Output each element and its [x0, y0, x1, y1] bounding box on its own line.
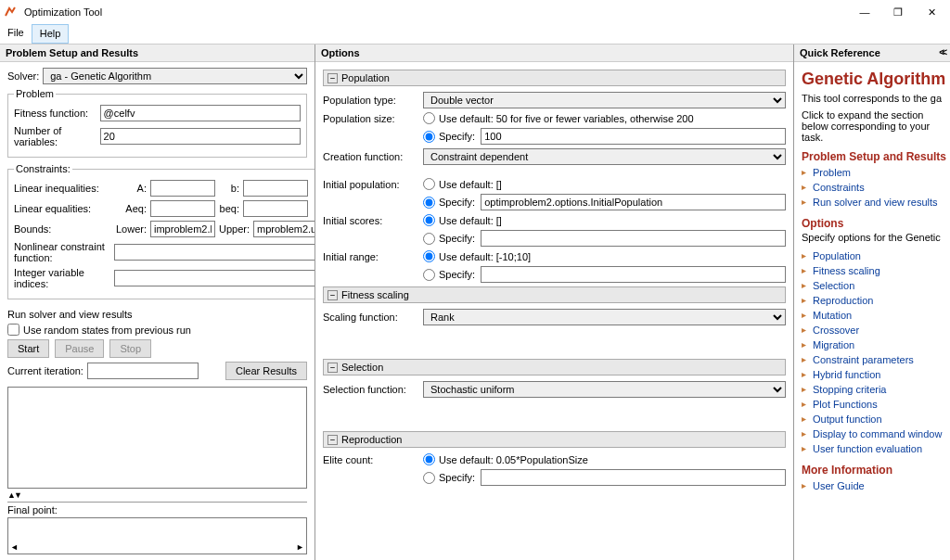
elite-default-radio[interactable]: [423, 453, 435, 465]
help-options-intro: Specify options for the Genetic: [802, 232, 946, 243]
elite-input[interactable]: [481, 469, 786, 486]
help-link-user-func-eval[interactable]: User function evaluation: [802, 441, 946, 456]
initial-range-label: Initial range:: [323, 251, 417, 262]
help-link-migration[interactable]: Migration: [802, 337, 946, 352]
help-link-problem[interactable]: Problem: [802, 165, 946, 180]
help-intro-2: Click to expand the section below corres…: [802, 109, 946, 143]
results-textarea[interactable]: [7, 387, 307, 489]
Aeq-label: Aeq:: [115, 203, 147, 214]
help-link-population[interactable]: Population: [802, 248, 946, 263]
A-label: A:: [115, 183, 147, 194]
help-section-options: Options: [802, 217, 946, 230]
help-link-display-cmd[interactable]: Display to command window: [802, 426, 946, 441]
final-point-label: Final point:: [7, 502, 307, 517]
initrange-input[interactable]: [481, 266, 786, 283]
initrange-default-radio[interactable]: [423, 250, 435, 262]
stop-button[interactable]: Stop: [109, 339, 151, 358]
help-link-stopping-criteria[interactable]: Stopping criteria: [802, 382, 946, 397]
initpop-default-text: Use default: []: [439, 179, 502, 190]
help-link-run-solver[interactable]: Run solver and view results: [802, 195, 946, 210]
initscores-specify-radio[interactable]: [423, 233, 435, 245]
collapse-icon-2[interactable]: −: [327, 290, 338, 300]
clear-results-button[interactable]: Clear Results: [225, 362, 307, 380]
help-link-user-guide[interactable]: User Guide: [802, 478, 946, 493]
help-link-constraint-params[interactable]: Constraint parameters: [802, 352, 946, 367]
fitness-function-input[interactable]: [100, 105, 301, 121]
expand-toggle-icon[interactable]: ▲▼: [7, 489, 307, 502]
app-logo-icon: [2, 4, 19, 20]
current-iteration-field: [87, 363, 199, 379]
quick-reference-header: Quick Reference <<: [794, 45, 950, 62]
problem-legend: Problem: [14, 88, 56, 99]
A-input[interactable]: [150, 180, 215, 197]
selection-function-select[interactable]: Stochastic uniform: [423, 381, 786, 398]
population-size-default-radio[interactable]: [423, 112, 435, 124]
collapse-icon[interactable]: −: [327, 73, 338, 83]
start-button[interactable]: Start: [7, 339, 49, 358]
nvars-input[interactable]: [100, 128, 301, 145]
close-button[interactable]: ✕: [915, 1, 948, 23]
menu-file[interactable]: File: [0, 24, 32, 44]
help-link-fitness-scaling[interactable]: Fitness scaling: [802, 263, 946, 278]
menu-help[interactable]: Help: [32, 24, 70, 44]
lower-input[interactable]: [150, 221, 215, 237]
scroll-left-icon[interactable]: ◄: [10, 542, 19, 552]
help-link-mutation[interactable]: Mutation: [802, 308, 946, 323]
initrange-specify-radio[interactable]: [423, 269, 435, 281]
window-title: Optimization Tool: [24, 6, 102, 18]
help-link-constraints[interactable]: Constraints: [802, 180, 946, 195]
scaling-function-select[interactable]: Rank: [423, 309, 786, 325]
b-input[interactable]: [243, 180, 308, 197]
final-point-box[interactable]: ◄ ►: [7, 517, 307, 554]
center-panel: Options − Population Population type: Do…: [315, 45, 794, 560]
population-section-header[interactable]: − Population: [323, 70, 786, 86]
use-random-label: Use random states from previous run: [23, 325, 191, 336]
population-size-input[interactable]: [481, 128, 786, 145]
help-section-more-info: More Information: [802, 464, 946, 477]
solver-select[interactable]: ga - Genetic Algorithm: [43, 68, 307, 84]
intidx-input[interactable]: [114, 270, 315, 286]
collapse-panel-icon[interactable]: <<: [939, 47, 944, 58]
population-size-specify-radio[interactable]: [423, 131, 435, 143]
minimize-button[interactable]: —: [848, 1, 881, 23]
help-link-crossover[interactable]: Crossover: [802, 323, 946, 337]
specify-label: Specify:: [439, 131, 475, 142]
help-link-hybrid-function[interactable]: Hybrid function: [802, 367, 946, 382]
creation-function-select[interactable]: Constraint dependent: [423, 148, 786, 165]
initpop-specify-radio[interactable]: [423, 197, 435, 209]
title-bar: Optimization Tool — ❐ ✕: [0, 0, 950, 24]
scroll-right-icon[interactable]: ►: [296, 542, 304, 552]
nlcon-input[interactable]: [114, 244, 315, 261]
fitness-scaling-section-header[interactable]: − Fitness scaling: [323, 286, 786, 303]
Aeq-input[interactable]: [150, 200, 215, 217]
collapse-icon-4[interactable]: −: [327, 435, 338, 445]
initscores-default-radio[interactable]: [423, 214, 435, 226]
pause-button[interactable]: Pause: [55, 339, 104, 358]
intidx-label: Integer variable indices:: [14, 267, 110, 289]
selection-function-label: Selection function:: [323, 384, 417, 395]
quick-reference-title: Quick Reference: [800, 47, 880, 58]
population-type-select[interactable]: Double vector: [423, 92, 786, 108]
selection-section-header[interactable]: − Selection: [323, 359, 786, 375]
collapse-icon-3[interactable]: −: [327, 363, 338, 373]
initscores-input[interactable]: [481, 230, 786, 247]
population-title: Population: [341, 72, 390, 83]
initpop-input[interactable]: [481, 194, 786, 210]
maximize-button[interactable]: ❐: [881, 1, 915, 23]
upper-input[interactable]: [253, 221, 315, 237]
beq-input[interactable]: [243, 200, 308, 217]
elite-specify-radio[interactable]: [423, 472, 435, 484]
initpop-default-radio[interactable]: [423, 178, 435, 190]
reproduction-title: Reproduction: [341, 434, 402, 445]
population-type-label: Population type:: [323, 95, 417, 106]
run-solver-header: Run solver and view results: [7, 309, 307, 320]
creation-function-label: Creation function:: [323, 151, 417, 162]
help-link-selection[interactable]: Selection: [802, 278, 946, 293]
options-header: Options: [315, 45, 793, 62]
help-link-output-function[interactable]: Output function: [802, 412, 946, 426]
reproduction-section-header[interactable]: − Reproduction: [323, 431, 786, 448]
use-random-checkbox[interactable]: [7, 324, 19, 336]
help-link-plot-functions[interactable]: Plot Functions: [802, 397, 946, 412]
help-link-reproduction[interactable]: Reproduction: [802, 293, 946, 308]
specify-label-4: Specify:: [439, 269, 475, 280]
